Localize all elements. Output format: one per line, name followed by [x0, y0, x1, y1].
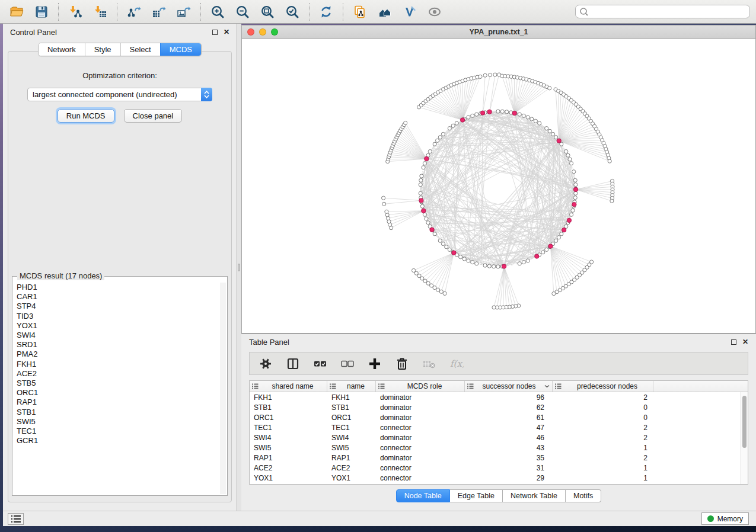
- zoom-in-button[interactable]: [210, 4, 225, 20]
- column-header-successor-nodes[interactable]: successor nodes: [465, 381, 553, 392]
- add-button[interactable]: [367, 356, 382, 371]
- network-window: YPA_prune.txt_1: [241, 25, 756, 334]
- table-row-ORC1[interactable]: ORC1ORC1dominator610: [250, 412, 748, 422]
- close-table-panel-icon[interactable]: ✕: [742, 338, 748, 345]
- network-graph[interactable]: [242, 39, 755, 333]
- share-network-button[interactable]: [352, 4, 368, 20]
- delete-table-icon: [422, 357, 436, 371]
- network-satellite-nodes[interactable]: [382, 73, 615, 309]
- mcds-result-item[interactable]: SWI4: [14, 331, 219, 340]
- node-table: shared namenameMCDS rolesuccessor nodesp…: [249, 380, 748, 485]
- cell-MCDS-role: connector: [376, 464, 465, 472]
- mcds-result-item[interactable]: GCR1: [14, 436, 219, 446]
- tab-edge-table[interactable]: Edge Table: [450, 489, 503, 502]
- tab-style[interactable]: Style: [85, 43, 120, 56]
- memory-button[interactable]: Memory: [701, 512, 749, 525]
- status-bar: Memory: [3, 511, 756, 526]
- mcds-result-item[interactable]: STB5: [14, 379, 219, 388]
- zoom-selected-button[interactable]: [285, 4, 300, 20]
- list-icon: [11, 515, 21, 523]
- tab-motifs[interactable]: Motifs: [566, 489, 601, 502]
- column-header-name[interactable]: name: [327, 381, 376, 392]
- float-table-panel-icon[interactable]: [731, 339, 736, 345]
- open-file-button[interactable]: [9, 4, 24, 20]
- table-row-YOX1[interactable]: YOX1YOX1connector291: [250, 473, 748, 483]
- gear-button[interactable]: [258, 356, 273, 371]
- tab-network-table[interactable]: Network Table: [503, 489, 566, 502]
- import-table-button[interactable]: [92, 4, 108, 20]
- tab-node-table[interactable]: Node Table: [396, 489, 450, 502]
- column-header-filler: [653, 381, 748, 392]
- table-row-TEC1[interactable]: TEC1TEC1connector472: [250, 422, 748, 432]
- network-window-titlebar[interactable]: YPA_prune.txt_1: [242, 25, 755, 39]
- column-header-shared-name[interactable]: shared name: [250, 381, 327, 392]
- mcds-result-item[interactable]: TID3: [14, 312, 219, 321]
- run-mcds-button[interactable]: Run MCDS: [58, 109, 114, 123]
- zoom-fit-button[interactable]: [260, 4, 275, 20]
- mcds-result-item[interactable]: RAP1: [14, 398, 219, 407]
- network-canvas[interactable]: [242, 39, 755, 333]
- tab-select[interactable]: Select: [120, 43, 160, 56]
- float-panel-icon[interactable]: [212, 30, 218, 35]
- export-image-button[interactable]: [176, 4, 192, 20]
- table-row-FKH1[interactable]: FKH1FKH1dominator962: [250, 392, 748, 402]
- splitter-grip-icon[interactable]: [238, 264, 240, 271]
- cell-predecessor-nodes: 1: [553, 444, 653, 452]
- table-row-RAP1[interactable]: RAP1RAP1dominator352: [250, 453, 748, 463]
- close-panel-button[interactable]: Close panel: [124, 109, 183, 123]
- mcds-result-item[interactable]: ACE2: [14, 369, 219, 379]
- save-session-icon: [34, 5, 49, 19]
- table-scrollbar-thumb[interactable]: [742, 396, 747, 448]
- column-header-predecessor-nodes[interactable]: predecessor nodes: [553, 381, 653, 392]
- home-button[interactable]: [377, 4, 393, 20]
- import-network-button[interactable]: [68, 4, 83, 20]
- mcds-result-item[interactable]: FKH1: [14, 360, 219, 369]
- refresh-button[interactable]: [318, 4, 334, 20]
- mcds-result-item[interactable]: STB1: [14, 408, 219, 417]
- tab-mcds[interactable]: MCDS: [160, 43, 201, 56]
- zoom-out-button[interactable]: [235, 4, 250, 20]
- mcds-result-item[interactable]: YOX1: [14, 321, 219, 331]
- export-network-button[interactable]: [126, 4, 142, 20]
- search-input[interactable]: [591, 8, 746, 16]
- table-row-SWI4[interactable]: SWI4SWI4dominator462: [250, 432, 748, 443]
- cell-name: FKH1: [327, 393, 376, 402]
- mcds-result-item[interactable]: PMA2: [14, 350, 219, 359]
- search-box[interactable]: [575, 5, 750, 18]
- close-panel-icon[interactable]: ✕: [224, 28, 229, 36]
- mcds-result-item[interactable]: SWI5: [14, 417, 219, 427]
- table-row-STB1[interactable]: STB1STB1dominator620: [250, 402, 748, 412]
- table-scrollbar[interactable]: [741, 392, 748, 484]
- criterion-select[interactable]: largest connected component (undirected): [27, 88, 212, 101]
- export-image-icon: [177, 5, 191, 19]
- save-session-button[interactable]: [34, 4, 49, 20]
- trash-button[interactable]: [394, 356, 410, 371]
- mcds-result-item[interactable]: STP4: [14, 302, 219, 311]
- mcds-result-item[interactable]: CAR1: [14, 292, 219, 302]
- uncheck-all-button[interactable]: [340, 356, 355, 371]
- sort-descending-icon: [544, 384, 550, 388]
- column-header-MCDS-role[interactable]: MCDS role: [376, 381, 465, 392]
- check-all-button[interactable]: [312, 356, 328, 371]
- columns-button[interactable]: [285, 356, 301, 371]
- mcds-result-item[interactable]: ORC1: [14, 388, 219, 398]
- table-row-ACE2[interactable]: ACE2ACE2connector311: [250, 463, 748, 473]
- memory-label: Memory: [717, 515, 743, 523]
- cell-predecessor-nodes: 2: [553, 393, 653, 402]
- cell-successor-nodes: 62: [465, 403, 553, 412]
- mcds-result-item[interactable]: TEC1: [14, 427, 219, 436]
- tab-network[interactable]: Network: [39, 43, 85, 56]
- vizmapper-button[interactable]: [402, 4, 417, 20]
- task-history-button[interactable]: [8, 513, 24, 525]
- mcds-result-item[interactable]: SRD1: [14, 340, 219, 350]
- uncheck-all-icon: [340, 357, 355, 371]
- cell-name: YOX1: [327, 474, 376, 482]
- mcds-result-item[interactable]: PHD1: [14, 283, 219, 292]
- table-row-SWI5[interactable]: SWI5SWI5connector431: [250, 443, 748, 453]
- show-hide-button[interactable]: [427, 4, 442, 20]
- panel-splitter[interactable]: [237, 24, 241, 511]
- export-table-button[interactable]: [151, 4, 167, 20]
- mcds-list-scrollbar[interactable]: [221, 283, 226, 494]
- table-row-PHD1[interactable]: PHD1PHD1dominator180: [250, 483, 748, 485]
- network-window-title: YPA_prune.txt_1: [242, 28, 755, 36]
